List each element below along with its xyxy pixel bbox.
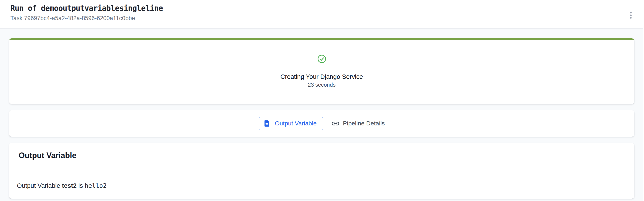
output-variable-heading: Output Variable <box>19 151 626 160</box>
status-title: Creating Your Django Service <box>280 73 363 80</box>
tab-output-variable[interactable]: Output Variable <box>259 117 324 130</box>
link-icon <box>332 122 339 125</box>
run-detail-page: Run of demooutputvariablesingleline Task… <box>0 0 644 201</box>
page-right-border <box>643 0 643 201</box>
task-id-subtitle: Task 79697bc4-a5a2-482a-8596-6200a11c0bb… <box>10 15 644 21</box>
output-variable-card: Output Variable Output Variable test2 is… <box>9 143 634 199</box>
output-variable-name: test2 <box>62 182 76 189</box>
check-circle-icon <box>317 54 326 63</box>
page-header: Run of demooutputvariablesingleline Task… <box>0 0 644 29</box>
page-right-sliver <box>643 0 644 201</box>
main-content: Creating Your Django Service 23 seconds … <box>0 29 644 199</box>
tab-pipeline-details[interactable]: Pipeline Details <box>332 120 385 127</box>
output-line-prefix: Output Variable <box>17 182 62 189</box>
status-card: Creating Your Django Service 23 seconds <box>9 38 634 104</box>
tabs-card: Output Variable Pipeline Details <box>9 110 634 137</box>
output-variable-value: hello2 <box>84 182 106 189</box>
status-duration: 23 seconds <box>308 81 336 88</box>
page-title: Run of demooutputvariablesingleline <box>10 3 644 13</box>
document-icon <box>264 120 269 127</box>
output-variable-line: Output Variable test2 is hello2 <box>17 182 626 190</box>
tab-output-variable-label: Output Variable <box>275 120 317 127</box>
status-body: Creating Your Django Service 23 seconds <box>9 40 634 88</box>
page-title-prefix: Run of <box>10 4 41 12</box>
kebab-menu-icon[interactable] <box>627 10 634 20</box>
page-title-run-name: demooutputvariablesingleline <box>41 4 163 12</box>
output-line-middle: is <box>76 182 84 189</box>
tab-pipeline-details-label: Pipeline Details <box>343 120 385 127</box>
status-accent-bar <box>9 38 634 40</box>
